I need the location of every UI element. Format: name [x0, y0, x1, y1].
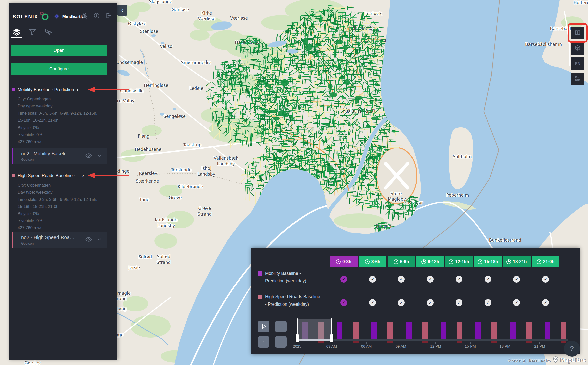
timeline-tick-label: 2025: [293, 344, 301, 348]
layer-info: City: CopenhagenDay type: weekdayTime sl…: [18, 181, 112, 231]
open-button[interactable]: Open: [11, 45, 107, 56]
layer-group-header[interactable]: High Speed Roads Baseline -…›: [12, 173, 84, 178]
split-map-button[interactable]: [571, 27, 584, 39]
time-slot-button-15-18h[interactable]: 15-18h: [474, 256, 502, 267]
time-slot-button-3-6h[interactable]: 3-6h: [359, 256, 386, 267]
layer-info-line: Time slots: 0-3h, 3-6h, 6-9h, 9-12h, 12-…: [18, 196, 112, 203]
time-slot-button-18-21h[interactable]: 18-21h: [503, 256, 531, 267]
slot-check-highspeed-3[interactable]: ✓: [427, 299, 434, 306]
time-slot-button-6-9h[interactable]: 6-9h: [388, 256, 415, 267]
info-icon[interactable]: [93, 12, 100, 20]
map-place-label: Strand: [198, 212, 212, 217]
layer-info-line: Day type: weekday: [18, 189, 112, 196]
time-slot-button-12-15h[interactable]: 12-15h: [445, 256, 473, 267]
map-place-label: Ølstykke: [128, 21, 146, 26]
slot-check-mobility-2[interactable]: ✓: [398, 276, 405, 283]
chevron-down-icon[interactable]: [96, 236, 102, 244]
time-slot-label: 3-6h: [371, 259, 380, 264]
timeline-bar-highspeed: [387, 322, 393, 339]
layer-panel[interactable]: no2 - High Speed Roa…Geojson: [12, 232, 107, 248]
time-slot-button-9-12h[interactable]: 9-12h: [416, 256, 444, 267]
series-swatch: [258, 271, 262, 276]
timeline-tick-label: 12 PM: [430, 344, 441, 348]
timeline-tick-label: 18 PM: [499, 344, 510, 348]
check-icon: ✓: [429, 277, 432, 282]
time-slot-button-21-0h[interactable]: 21-0h: [532, 256, 559, 267]
slot-check-highspeed-2[interactable]: ✓: [398, 299, 405, 306]
bug-report-icon[interactable]: [81, 12, 88, 20]
slot-check-mobility-6[interactable]: ✓: [513, 276, 520, 283]
toggle-3d-button[interactable]: [571, 42, 584, 55]
legend-icon: [574, 75, 581, 83]
maplibre-logo[interactable]: MapLibre: [560, 357, 586, 363]
slot-check-highspeed-0[interactable]: ✓: [340, 299, 347, 306]
slot-check-highspeed-5[interactable]: ✓: [485, 299, 491, 306]
attribution-text[interactable]: © kepler.gl | Basemap by:: [508, 358, 551, 362]
slot-check-mobility-4[interactable]: ✓: [456, 276, 462, 283]
time-slot-button-0-3h[interactable]: 0-3h: [330, 256, 358, 267]
slot-check-mobility-7[interactable]: ✓: [542, 276, 549, 283]
layer-color-swatch: [12, 174, 15, 177]
map-place-label: Kirke: [201, 11, 212, 16]
map-place-label: Strand: [157, 260, 171, 265]
timeline-bar-mobility: [441, 322, 446, 339]
layer-panel-title: no2 - Mobility Baseli…: [21, 151, 85, 157]
layer-info-line: City: Copenhagen: [18, 95, 112, 102]
map-place-label: Bunkeflostrand: [489, 238, 521, 243]
timeline-tick-label: 15 PM: [465, 344, 476, 348]
check-icon: ✓: [371, 300, 374, 305]
timeline-bar-highspeed: [526, 322, 532, 339]
check-icon: ✓: [544, 277, 547, 282]
timeline-selection-window[interactable]: [297, 319, 332, 341]
layer-panel[interactable]: no2 - Mobility Baseli…Geojson: [12, 148, 107, 164]
slot-check-mobility-0[interactable]: ✓: [340, 276, 347, 283]
play-button[interactable]: [258, 321, 269, 332]
slot-check-highspeed-4[interactable]: ✓: [456, 299, 462, 306]
slot-check-mobility-3[interactable]: ✓: [427, 276, 434, 283]
timeline-bar-highspeed: [457, 322, 462, 339]
check-icon: ✓: [400, 277, 403, 282]
reset-button[interactable]: [258, 336, 269, 348]
map-place-label: Greve: [169, 195, 182, 200]
layer-info-line: 427,760 rows: [18, 138, 112, 145]
map-place-label: Peberholm: [446, 193, 469, 198]
timeline-selected-track[interactable]: [297, 339, 332, 341]
timeline-bar-mobility: [510, 322, 516, 339]
visibility-eye-icon[interactable]: [85, 236, 92, 244]
tab-filters[interactable]: [28, 28, 36, 37]
timeline-axis[interactable]: [297, 339, 568, 341]
timeline-bar-stub: [318, 341, 324, 343]
speed-button[interactable]: [275, 321, 287, 332]
slot-check-highspeed-1[interactable]: ✓: [369, 299, 376, 306]
clock-icon: [421, 259, 426, 264]
tab-layers[interactable]: [13, 28, 21, 37]
anchor-window-button[interactable]: [275, 336, 287, 348]
sidebar-collapse-button[interactable]: ‹: [117, 5, 127, 16]
slot-check-highspeed-7[interactable]: ✓: [542, 299, 549, 306]
tab-interactions[interactable]: [44, 28, 52, 37]
slot-check-highspeed-6[interactable]: ✓: [513, 299, 520, 306]
chevron-right-icon[interactable]: ›: [82, 174, 84, 177]
configure-button[interactable]: Configure: [11, 63, 107, 75]
chevron-right-icon[interactable]: ›: [77, 88, 78, 91]
solenix-logo: SOLENIX: [13, 14, 38, 20]
slot-check-mobility-5[interactable]: ✓: [485, 276, 491, 283]
legend-button[interactable]: [571, 73, 584, 85]
timeline-bar-stub: [422, 341, 428, 343]
map-place-label: Smørumnedre: [181, 60, 211, 65]
map-place-label: Landsby: [157, 223, 175, 228]
visibility-eye-icon[interactable]: [85, 152, 92, 160]
timeline-handle-start-grip[interactable]: [296, 334, 299, 342]
help-button[interactable]: ?: [564, 341, 580, 357]
layer-group-header[interactable]: Mobility Baseline - Prediction›: [12, 87, 78, 92]
map-place-label: Taastrup: [183, 142, 201, 147]
export-icon[interactable]: [105, 12, 112, 20]
timeline-handle-end-grip[interactable]: [330, 334, 333, 342]
slot-check-mobility-1[interactable]: ✓: [369, 276, 376, 283]
locale-button[interactable]: EN: [571, 57, 584, 70]
timeline-bar-mobility: [371, 322, 377, 339]
map-place-label: Stærkende: [136, 179, 159, 184]
timeline-bar-stub: [353, 341, 359, 343]
layer-accent-bar: [12, 232, 13, 248]
chevron-down-icon[interactable]: [96, 153, 102, 160]
